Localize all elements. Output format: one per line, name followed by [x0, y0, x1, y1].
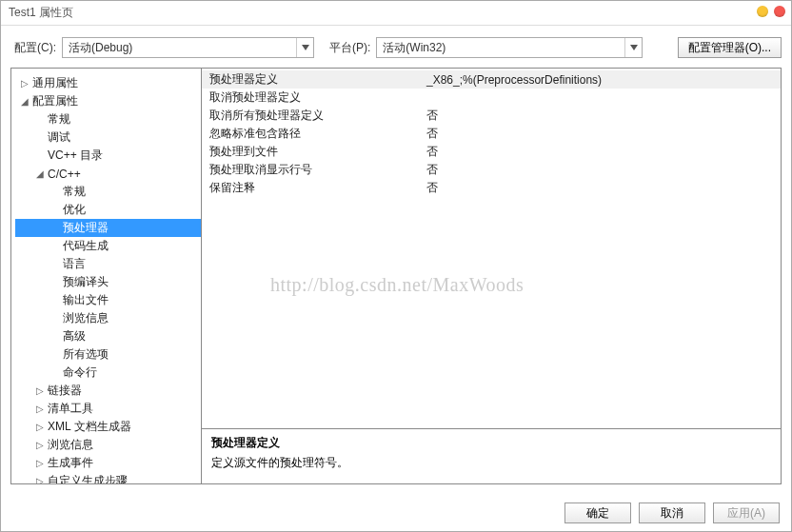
detail-pane: 预处理器定义_X86_;%(PreprocessorDefinitions)取消… — [202, 69, 781, 483]
config-label: 配置(C): — [14, 40, 56, 56]
tree-item-label: XML 文档生成器 — [46, 419, 131, 435]
tree-item[interactable]: ◢C/C++ — [15, 165, 201, 183]
expander-icon[interactable]: ◢ — [34, 168, 46, 179]
tree-item[interactable]: ▷清单工具 — [15, 400, 201, 418]
tree-item-label: 生成事件 — [46, 455, 93, 471]
property-row[interactable]: 取消所有预处理器定义否 — [202, 107, 781, 125]
property-value[interactable]: 否 — [423, 108, 781, 124]
window-controls — [757, 6, 785, 17]
property-value[interactable]: 否 — [423, 144, 781, 160]
watermark-text: http://blog.csdn.net/MaxWoods — [270, 274, 524, 296]
tree-item[interactable]: VC++ 目录 — [15, 147, 201, 165]
close-icon[interactable] — [774, 6, 785, 17]
tree-item[interactable]: 命令行 — [15, 364, 201, 382]
tree-item[interactable]: 预编译头 — [15, 273, 201, 291]
tree-item-label: 通用属性 — [30, 75, 78, 91]
tree-item-label: 链接器 — [46, 383, 82, 399]
property-name: 预处理到文件 — [202, 144, 423, 160]
property-row[interactable]: 预处理到文件否 — [202, 143, 781, 161]
property-row[interactable]: 取消预处理器定义 — [202, 89, 781, 107]
chevron-down-icon — [624, 38, 642, 57]
ok-button[interactable]: 确定 — [564, 502, 631, 523]
property-name: 保留注释 — [202, 180, 423, 196]
tree-item[interactable]: ◢配置属性 — [15, 92, 201, 110]
tree-item-label: 浏览信息 — [46, 437, 93, 453]
dialog-footer: 确定 取消 应用(A) — [564, 502, 780, 523]
description-body: 定义源文件的预处理符号。 — [211, 455, 771, 471]
tree-item-label: 语言 — [61, 256, 86, 272]
tree-item[interactable]: 代码生成 — [15, 237, 201, 255]
tree-item-label: 浏览信息 — [61, 310, 109, 326]
tree-item-label: 预处理器 — [61, 220, 109, 236]
tree-item[interactable]: ▷链接器 — [15, 382, 201, 400]
expander-icon[interactable]: ▷ — [34, 458, 46, 468]
tree-item-label: 优化 — [61, 202, 86, 218]
property-name: 取消预处理器定义 — [202, 89, 423, 106]
tree-item-label: 清单工具 — [46, 401, 93, 417]
tree-item-label: 配置属性 — [30, 93, 78, 109]
property-value[interactable]: 否 — [423, 180, 781, 196]
tree-item[interactable]: 浏览信息 — [15, 309, 201, 327]
tree-item-label: 命令行 — [61, 365, 97, 381]
tree-item[interactable]: ▷自定义生成步骤 — [15, 472, 201, 483]
description-panel: 预处理器定义 定义源文件的预处理符号。 — [202, 428, 781, 483]
property-name: 预处理取消显示行号 — [202, 162, 423, 178]
minimize-icon[interactable] — [757, 6, 768, 17]
tree-item[interactable]: 输出文件 — [15, 291, 201, 309]
description-title: 预处理器定义 — [211, 435, 771, 451]
expander-icon[interactable]: ▷ — [34, 404, 46, 414]
tree-item[interactable]: 语言 — [15, 255, 201, 273]
platform-label: 平台(P): — [329, 40, 370, 56]
apply-button[interactable]: 应用(A) — [713, 502, 780, 523]
tree-item[interactable]: 常规 — [15, 110, 201, 128]
tree-item[interactable]: 优化 — [15, 201, 201, 219]
tree-item[interactable]: 所有选项 — [15, 345, 201, 364]
tree-item[interactable]: ▷浏览信息 — [15, 436, 201, 454]
config-dropdown[interactable]: 活动(Debug) — [62, 37, 314, 58]
tree-item[interactable]: ▷XML 文档生成器 — [15, 418, 201, 436]
content-area: ▷通用属性◢配置属性常规调试VC++ 目录◢C/C++常规优化预处理器代码生成语… — [10, 68, 782, 484]
tree-item-label: 常规 — [61, 184, 86, 200]
tree-item[interactable]: 预处理器 — [15, 219, 201, 237]
config-toolbar: 配置(C): 活动(Debug) 平台(P): 活动(Win32) 配置管理器(… — [1, 26, 791, 68]
chevron-down-icon — [296, 38, 313, 57]
tree-item-label: VC++ 目录 — [46, 148, 103, 164]
titlebar: Test1 属性页 — [1, 1, 791, 26]
property-row[interactable]: 预处理器定义_X86_;%(PreprocessorDefinitions) — [202, 70, 781, 89]
tree-item[interactable]: ▷生成事件 — [15, 454, 201, 472]
platform-dropdown[interactable]: 活动(Win32) — [376, 37, 643, 58]
config-value: 活动(Debug) — [69, 40, 132, 56]
expander-icon[interactable]: ▷ — [34, 385, 46, 396]
expander-icon[interactable]: ▷ — [34, 476, 46, 483]
tree-item-label: 高级 — [61, 328, 86, 345]
expander-icon[interactable]: ▷ — [34, 440, 46, 450]
property-grid[interactable]: 预处理器定义_X86_;%(PreprocessorDefinitions)取消… — [202, 69, 781, 428]
window-title: Test1 属性页 — [9, 5, 73, 21]
tree-item-label: 调试 — [46, 129, 70, 146]
property-name: 预处理器定义 — [202, 71, 423, 88]
tree-item-label: 所有选项 — [61, 346, 109, 363]
property-row[interactable]: 忽略标准包含路径否 — [202, 125, 781, 143]
property-value[interactable]: _X86_;%(PreprocessorDefinitions) — [423, 73, 781, 87]
expander-icon[interactable]: ▷ — [19, 78, 30, 89]
configuration-manager-button[interactable]: 配置管理器(O)... — [678, 37, 782, 58]
nav-tree[interactable]: ▷通用属性◢配置属性常规调试VC++ 目录◢C/C++常规优化预处理器代码生成语… — [11, 69, 202, 483]
property-row[interactable]: 预处理取消显示行号否 — [202, 161, 781, 179]
expander-icon[interactable]: ▷ — [34, 422, 46, 432]
property-value[interactable]: 否 — [423, 162, 781, 178]
expander-icon[interactable]: ◢ — [19, 96, 30, 107]
tree-item-label: 预编译头 — [61, 274, 109, 290]
platform-value: 活动(Win32) — [383, 40, 446, 56]
tree-item[interactable]: 调试 — [15, 128, 201, 147]
tree-item[interactable]: 高级 — [15, 327, 201, 345]
property-name: 取消所有预处理器定义 — [202, 108, 423, 124]
property-value[interactable]: 否 — [423, 126, 781, 142]
tree-item-label: 代码生成 — [61, 238, 109, 254]
tree-item-label: 输出文件 — [61, 292, 109, 308]
cancel-button[interactable]: 取消 — [639, 502, 705, 523]
tree-item[interactable]: ▷通用属性 — [15, 74, 201, 92]
tree-item[interactable]: 常规 — [15, 183, 201, 201]
tree-item-label: 常规 — [46, 111, 70, 128]
property-row[interactable]: 保留注释否 — [202, 179, 781, 197]
tree-item-label: 自定义生成步骤 — [46, 473, 128, 483]
